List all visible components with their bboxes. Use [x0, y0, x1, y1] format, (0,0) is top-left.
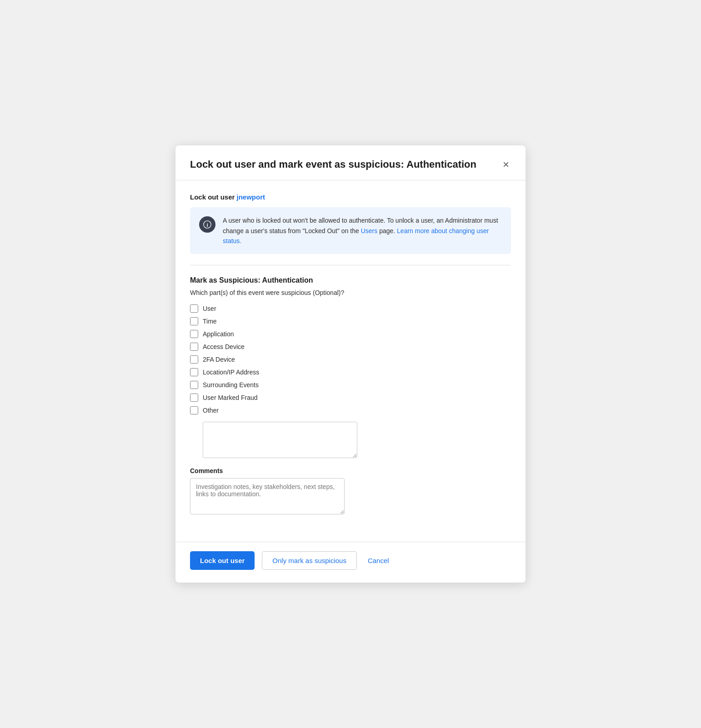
- info-icon: i: [203, 220, 211, 229]
- section-divider: [190, 265, 511, 265]
- checkbox-label-access-device: Access Device: [203, 343, 245, 350]
- lock-out-user-button[interactable]: Lock out user: [190, 551, 255, 570]
- checkbox-item-fraud[interactable]: User Marked Fraud: [190, 394, 511, 402]
- comments-section: Comments: [190, 467, 511, 516]
- checkbox-time[interactable]: [190, 317, 198, 325]
- modal-header: Lock out user and mark event as suspicio…: [175, 145, 526, 181]
- info-box: i A user who is locked out won't be allo…: [190, 207, 511, 254]
- modal-title: Lock out user and mark event as suspicio…: [190, 158, 476, 171]
- only-mark-suspicious-button[interactable]: Only mark as suspicious: [262, 551, 357, 570]
- checkbox-label-surrounding: Surrounding Events: [203, 381, 259, 389]
- checkbox-label-2fa-device: 2FA Device: [203, 356, 235, 363]
- cancel-button[interactable]: Cancel: [364, 552, 393, 569]
- lock-out-label-text: Lock out user: [190, 193, 235, 201]
- modal-body: Lock out user jnewport i A user who is l…: [175, 180, 526, 542]
- lock-out-label: Lock out user jnewport: [190, 193, 511, 201]
- info-body-text: A user who is locked out won't be allowe…: [223, 215, 502, 246]
- lock-out-section: Lock out user jnewport i A user who is l…: [190, 193, 511, 254]
- checkbox-fraud[interactable]: [190, 394, 198, 402]
- modal-container: Lock out user and mark event as suspicio…: [175, 145, 526, 583]
- checkbox-location[interactable]: [190, 368, 198, 376]
- checkbox-item-location[interactable]: Location/IP Address: [190, 368, 511, 376]
- checkbox-label-fraud: User Marked Fraud: [203, 394, 258, 401]
- checkbox-user[interactable]: [190, 304, 198, 313]
- checkbox-surrounding[interactable]: [190, 381, 198, 389]
- checkbox-label-application: Application: [203, 330, 234, 338]
- modal-footer: Lock out user Only mark as suspicious Ca…: [175, 542, 526, 583]
- checkbox-label-time: Time: [203, 318, 217, 325]
- comments-label: Comments: [190, 467, 511, 474]
- checkbox-label-other: Other: [203, 407, 219, 414]
- svg-text:i: i: [206, 222, 208, 228]
- info-text-2: page.: [379, 227, 395, 234]
- checkbox-item-user[interactable]: User: [190, 304, 511, 313]
- checkbox-item-2fa-device[interactable]: 2FA Device: [190, 355, 511, 364]
- checkbox-access-device[interactable]: [190, 343, 198, 351]
- close-button[interactable]: ×: [501, 159, 511, 170]
- users-link[interactable]: Users: [361, 227, 378, 234]
- checkbox-other[interactable]: [190, 406, 198, 414]
- checkbox-label-user: User: [203, 305, 216, 312]
- username-link[interactable]: jnewport: [237, 193, 265, 201]
- checkbox-label-location: Location/IP Address: [203, 369, 259, 376]
- checkbox-item-surrounding[interactable]: Surrounding Events: [190, 381, 511, 389]
- suspicious-title: Mark as Suspicious: Authentication: [190, 276, 511, 284]
- checkbox-list: User Time Application Access Device 2FA: [190, 304, 511, 414]
- checkbox-item-access-device[interactable]: Access Device: [190, 343, 511, 351]
- comments-textarea[interactable]: [190, 478, 345, 514]
- checkbox-2fa-device[interactable]: [190, 355, 198, 364]
- suspicious-subtitle: Which part(s) of this event were suspici…: [190, 289, 511, 296]
- checkbox-item-application[interactable]: Application: [190, 330, 511, 338]
- suspicious-section: Mark as Suspicious: Authentication Which…: [190, 276, 511, 516]
- checkbox-application[interactable]: [190, 330, 198, 338]
- checkbox-item-time[interactable]: Time: [190, 317, 511, 325]
- other-textarea[interactable]: [203, 422, 357, 458]
- info-icon-wrap: i: [199, 216, 215, 233]
- checkbox-item-other[interactable]: Other: [190, 406, 511, 414]
